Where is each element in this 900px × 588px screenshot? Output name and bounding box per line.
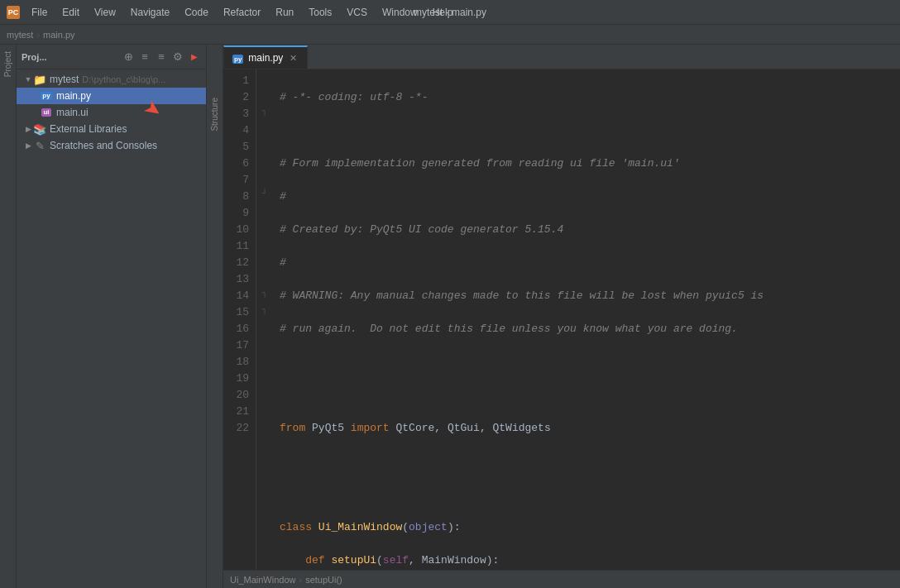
expand-arrow-scratches: ▶ <box>23 141 33 151</box>
code-line-15: def setupUi(self, MainWindow): <box>280 552 893 569</box>
code-line-7: # WARNING: Any manual changes made to th… <box>280 288 893 304</box>
editor-area: py main.py ✕ 12345 678910 1112131415 161… <box>223 45 900 588</box>
menu-run[interactable]: Run <box>269 5 300 20</box>
status-breadcrumb: Ui_MainWindow › setupUi() <box>230 575 342 585</box>
tree-label-mytest: mytest <box>50 74 79 85</box>
scroll-from-source-icon[interactable]: ≡ <box>138 50 151 64</box>
code-content[interactable]: # -*- coding: utf-8 -*- # Form implement… <box>273 69 900 570</box>
code-line-9 <box>280 354 893 370</box>
tree-label-scratches: Scratches and Consoles <box>50 140 157 151</box>
line-numbers: 12345 678910 1112131415 1617181920 2122 <box>223 69 256 570</box>
scratches-icon: ✎ <box>33 139 46 152</box>
panel-title: Proj... <box>22 52 118 62</box>
tree-item-mytest[interactable]: ▼ 📁 mytest D:\python_c\blog\p... <box>17 71 206 88</box>
menu-code[interactable]: Code <box>178 5 215 20</box>
code-line-4: # <box>280 189 893 205</box>
left-panel-strip: Project <box>0 45 17 588</box>
code-line-8: # run again. Do not edit this file unles… <box>280 321 893 337</box>
tab-mainpy-label: main.py <box>248 52 283 64</box>
ui-icon-mainui: ui <box>40 106 53 119</box>
code-line-13 <box>280 486 893 503</box>
expand-arrow-mytest: ▼ <box>23 74 33 84</box>
tree-path-mytest: D:\python_c\blog\p... <box>82 74 165 84</box>
code-line-5: # Created by: PyQt5 UI code generator 5.… <box>280 222 893 238</box>
settings-icon[interactable]: ⚙ <box>171 50 184 64</box>
code-line-3: # Form implementation generated from rea… <box>280 155 893 172</box>
tree-label-mainui: main.ui <box>56 107 89 118</box>
expand-arrow-ext: ▶ <box>23 124 33 134</box>
editor-tabs: py main.py ✕ <box>223 45 900 69</box>
tree-item-mainui[interactable]: ui main.ui <box>17 104 206 121</box>
project-tree: ▼ 📁 mytest D:\python_c\blog\p... py main… <box>17 69 206 588</box>
breadcrumb-project[interactable]: mytest <box>7 30 33 40</box>
status-class: Ui_MainWindow <box>230 575 295 585</box>
breadcrumb: mytest › main.py <box>0 25 900 45</box>
tree-item-scratches[interactable]: ▶ ✎ Scratches and Consoles <box>17 137 206 154</box>
status-method: setupUi() <box>305 575 342 585</box>
project-tab-label[interactable]: Project <box>2 48 14 80</box>
tree-item-mainpy[interactable]: py main.py <box>17 88 206 104</box>
code-line-1: # -*- coding: utf-8 -*- <box>280 89 893 106</box>
menu-file[interactable]: File <box>25 5 54 20</box>
gutter: ┐ ┘ ┐ ┐ <box>256 69 273 570</box>
code-line-14: class Ui_MainWindow(object): <box>280 519 893 536</box>
menu-navigate[interactable]: Navigate <box>124 5 176 20</box>
window-title: mytest - main.py <box>414 7 486 18</box>
project-panel: Proj... ⊕ ≡ ≡ ⚙ ▶ ▼ 📁 mytest D:\python_c… <box>17 45 207 588</box>
code-line-12 <box>280 453 893 470</box>
breadcrumb-sep: › <box>36 30 40 40</box>
panel-header: Proj... ⊕ ≡ ≡ ⚙ ▶ <box>17 45 206 69</box>
app-logo: PC <box>7 6 20 19</box>
py-icon-mainpy: py <box>40 89 53 103</box>
code-line-11: from PyQt5 import QtCore, QtGui, QtWidge… <box>280 420 893 437</box>
structure-strip: Structure <box>207 45 223 588</box>
menu-edit[interactable]: Edit <box>55 5 86 20</box>
code-line-6: # <box>280 255 893 271</box>
menu-view[interactable]: View <box>88 5 122 20</box>
menu-refactor[interactable]: Refactor <box>217 5 267 20</box>
tab-py-icon: py <box>232 52 243 64</box>
code-line-2 <box>280 122 893 139</box>
tree-label-mainpy: main.py <box>56 90 91 102</box>
tree-item-ext-libs[interactable]: ▶ 📚 External Libraries <box>17 121 206 137</box>
tab-close-mainpy[interactable]: ✕ <box>288 53 299 64</box>
collapse-all-icon[interactable]: ≡ <box>155 50 168 64</box>
breadcrumb-file[interactable]: main.py <box>43 30 75 40</box>
tree-label-ext-libs: External Libraries <box>50 123 127 135</box>
menu-tools[interactable]: Tools <box>302 5 338 20</box>
tab-mainpy[interactable]: py main.py ✕ <box>223 45 308 69</box>
gear-icon[interactable]: ▶ <box>188 50 201 64</box>
title-bar: PC File Edit View Navigate Code Refactor… <box>0 0 900 25</box>
main-layout: Project Proj... ⊕ ≡ ≡ ⚙ ▶ ▼ 📁 mytest D:\… <box>0 45 900 588</box>
ext-libs-icon: 📚 <box>33 122 46 136</box>
code-editor: 12345 678910 1112131415 1617181920 2122 … <box>223 69 900 570</box>
folder-icon-mytest: 📁 <box>33 73 46 86</box>
status-bar: Ui_MainWindow › setupUi() <box>223 570 900 588</box>
code-line-10 <box>280 387 893 404</box>
add-icon[interactable]: ⊕ <box>122 50 135 64</box>
menu-vcs[interactable]: VCS <box>340 5 374 20</box>
structure-tab-label[interactable]: Structure <box>209 94 220 135</box>
